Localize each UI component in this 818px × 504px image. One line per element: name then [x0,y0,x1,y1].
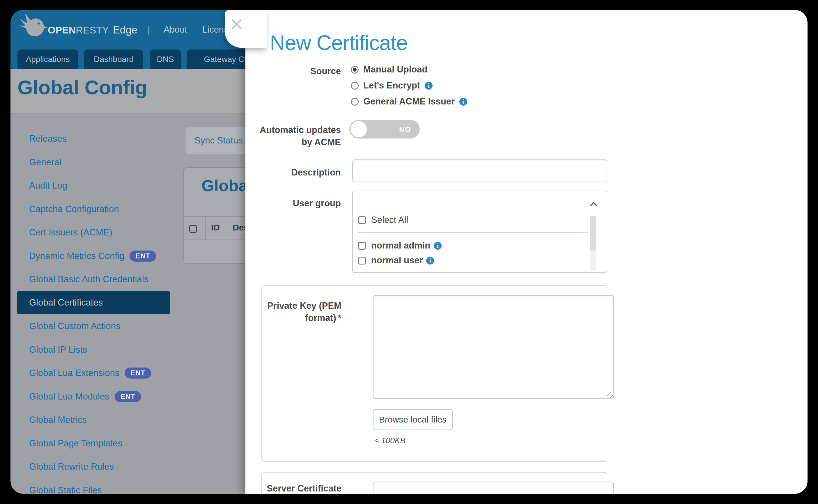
source-option-lets-encrypt[interactable]: Let's Encrypt i [351,80,433,91]
tab-applications[interactable]: Applications [17,49,78,69]
radio-selected-icon[interactable] [351,66,358,74]
description-label: Description [251,166,341,179]
sidebar-item-global-rewrite-rules[interactable]: Global Rewrite Rules [29,460,114,473]
acme-updates-label: Automatic updates by ACME [251,124,341,148]
sidebar-item-global-metrics[interactable]: Global Metrics [29,414,87,426]
sidebar-item-general[interactable]: General [29,156,61,169]
private-key-textarea[interactable] [373,295,614,399]
dropdown-scrollbar[interactable] [590,216,596,271]
file-size-hint: < 100KB [374,436,405,445]
openresty-bird-logo-icon [17,11,49,41]
description-input[interactable] [352,159,607,182]
sidebar-item-captcha-configuration[interactable]: Captcha Configuration [29,203,119,216]
sync-status-label: Sync Status: [194,135,245,146]
radio-icon[interactable] [351,82,358,90]
user-group-select-all[interactable]: Select All [358,215,408,225]
info-icon[interactable]: i [426,257,434,265]
brand: OPENRESTYEdge [48,24,137,36]
source-option-general-acme-issuer[interactable]: General ACME Issuer i [351,96,467,107]
info-icon[interactable]: i [425,82,433,90]
checkbox-icon[interactable] [358,257,366,265]
close-icon[interactable] [230,17,243,31]
brand-resty: RESTY [76,24,109,36]
tab-dns[interactable]: DNS [150,49,181,69]
app-window: OPENRESTYEdge | About License Applicatio… [10,10,808,494]
sidebar-item-releases[interactable]: Releases [29,132,67,145]
ent-badge: ENT [125,368,151,379]
scrollbar-thumb[interactable] [590,216,596,251]
sidebar-item-global-ip-lists[interactable]: Global IP Lists [29,343,87,356]
server-certificate-label: Server Certificate [252,482,341,494]
sidebar-item-cert-issuers-acme[interactable]: Cert Issuers (ACME) [29,226,112,239]
source-label: Source [251,65,341,77]
sidebar-item-dynamic-metrics-config[interactable]: Dynamic Metrics ConfigENT [29,250,156,262]
page-title: Global Config [17,76,147,99]
sidebar-item-audit-log[interactable]: Audit Log [29,179,67,192]
table-col-divider [205,216,206,240]
sidebar-item-global-certificates[interactable]: Global Certificates [17,291,170,314]
private-key-section: Private Key (PEM format)* Browse local f… [261,285,607,462]
checkbox-icon[interactable] [358,242,366,250]
required-asterisk: * [338,313,341,323]
sidebar-item-global-page-templates[interactable]: Global Page Templates [29,437,122,450]
ent-badge: ENT [129,251,156,262]
chevron-up-icon[interactable] [590,202,597,209]
sidebar-item-global-custom-actions[interactable]: Global Custom Actions [29,320,120,333]
column-header-id: ID [211,223,220,233]
sidebar-item-global-lua-extensions[interactable]: Global Lua ExtensionsENT [29,367,151,379]
brand-open: OPEN [48,24,76,36]
select-all-rows-checkbox[interactable] [189,225,197,233]
modal-close-bubble [225,10,267,48]
brand-product: Edge [113,24,137,36]
table-col-divider [228,216,228,240]
private-key-label: Private Key (PEM format)* [252,300,341,324]
user-group-label: User group [251,197,341,210]
server-certificate-section: Server Certificate [261,472,607,494]
header-divider: | [148,24,150,35]
checkbox-icon[interactable] [358,216,366,224]
browse-local-files-button[interactable]: Browse local files [373,409,453,430]
textarea-resize-handle-icon[interactable] [607,392,613,398]
nav-about[interactable]: About [164,24,187,35]
user-group-dropdown[interactable]: Select All normal admin i normal user i [352,191,607,273]
toggle-state-label: NO [399,125,411,134]
source-option-manual-upload[interactable]: Manual Upload [351,64,427,75]
info-icon[interactable]: i [460,98,467,106]
sidebar-item-global-lua-modules[interactable]: Global Lua ModulesENT [29,390,141,403]
ent-badge: ENT [115,391,141,402]
acme-updates-toggle[interactable]: NO [349,120,420,139]
sidebar-item-global-static-files[interactable]: Global Static Files [29,484,102,494]
info-icon[interactable]: i [434,242,442,250]
new-certificate-modal: New Certificate Source Manual Upload Let… [245,10,808,494]
server-certificate-textarea[interactable] [373,482,614,494]
sidebar: Releases General Audit Log Captcha Confi… [10,113,188,494]
tab-dashboard[interactable]: Dashboard [84,49,143,69]
user-group-option-normal-user[interactable]: normal user i [358,255,434,265]
radio-icon[interactable] [351,98,358,106]
modal-title: New Certificate [270,31,407,55]
toggle-knob[interactable] [350,121,367,137]
user-group-option-normal-admin[interactable]: normal admin i [358,241,442,251]
dropdown-divider [358,232,588,233]
sidebar-item-global-basic-auth-credentials[interactable]: Global Basic Auth Credentials [29,273,148,286]
